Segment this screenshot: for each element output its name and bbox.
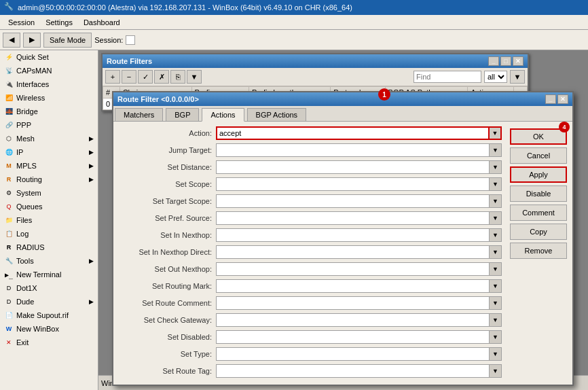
sidebar-item-radius[interactable]: R RADIUS [0, 241, 98, 254]
set-pref-source-dropdown-button[interactable]: ▼ [490, 211, 502, 225]
sidebar-label-queues: Queues [16, 202, 43, 211]
sidebar-label-wireless: Wireless [16, 94, 45, 102]
action-label: Action: [117, 129, 216, 137]
search-expand-button[interactable]: ▼ [510, 70, 525, 84]
dialog-minimize-button[interactable]: _ [545, 94, 556, 104]
disable-button[interactable]: Disable [510, 185, 567, 202]
sidebar-item-mpls[interactable]: M MPLS ▶ [0, 159, 98, 173]
jump-target-dropdown-button[interactable]: ▼ [490, 143, 502, 157]
set-scope-dropdown-button[interactable]: ▼ [490, 177, 502, 191]
sidebar-item-dude[interactable]: D Dude ▶ [0, 295, 98, 308]
set-scope-input-group: ▼ [216, 177, 502, 191]
set-in-nexthop-direct-dropdown-button[interactable]: ▼ [490, 245, 502, 259]
set-type-dropdown-button[interactable]: ▼ [490, 347, 502, 361]
sidebar-item-dot1x[interactable]: D Dot1X [0, 281, 98, 295]
sidebar-item-bridge[interactable]: 🌉 Bridge [0, 105, 98, 118]
set-route-tag-dropdown-button[interactable]: ▼ [490, 364, 502, 378]
ppp-icon: 🔗 [4, 120, 14, 130]
mpls-arrow: ▶ [89, 162, 94, 169]
set-routing-mark-input[interactable] [216, 279, 490, 293]
set-check-gateway-dropdown-button[interactable]: ▼ [490, 313, 502, 327]
forward-button[interactable]: ▶ [23, 33, 41, 48]
set-in-nexthop-row: Set In Nexthop: ▼ [117, 228, 502, 243]
copy-button[interactable]: Copy [510, 224, 567, 240]
sidebar-item-mesh[interactable]: ⬡ Mesh ▶ [0, 132, 98, 145]
sidebar-item-wireless[interactable]: 📶 Wireless [0, 91, 98, 105]
set-route-tag-input[interactable] [216, 364, 490, 378]
set-out-nexthop-input[interactable] [216, 262, 490, 276]
tab-bgp[interactable]: BGP [166, 108, 199, 121]
filter-button[interactable]: ▼ [187, 70, 202, 84]
set-target-scope-input[interactable] [216, 194, 490, 208]
action-dropdown-button[interactable]: ▼ [490, 126, 502, 140]
search-scope-select[interactable]: all [484, 71, 507, 83]
apply-button[interactable]: Apply [510, 166, 567, 183]
cancel-button[interactable]: Cancel [510, 147, 567, 164]
sidebar-item-quickset[interactable]: ⚡ Quick Set [0, 50, 98, 64]
set-in-nexthop-input[interactable] [216, 228, 490, 242]
tab-bar: Matchers BGP Actions BGP Actions [113, 106, 572, 122]
maximize-button[interactable]: □ [500, 56, 511, 66]
sidebar-item-exit[interactable]: ✕ Exit [0, 336, 98, 349]
enable-button[interactable]: ✓ [138, 70, 153, 84]
action-input[interactable] [216, 126, 490, 140]
dot1x-icon: D [4, 283, 14, 293]
set-in-nexthop-dropdown-button[interactable]: ▼ [490, 228, 502, 242]
tab-matchers[interactable]: Matchers [115, 108, 163, 121]
ok-button[interactable]: OK [510, 128, 567, 145]
set-pref-source-input[interactable] [216, 211, 490, 225]
set-disabled-input-group: ▼ [216, 330, 502, 344]
sidebar-item-interfaces[interactable]: 🔌 Interfaces [0, 77, 98, 91]
remove-button[interactable]: − [122, 70, 136, 84]
sidebar-item-ppp[interactable]: 🔗 PPP [0, 118, 98, 132]
sidebar-item-supout[interactable]: 📄 Make Supout.rif [0, 308, 98, 322]
set-disabled-dropdown-button[interactable]: ▼ [490, 330, 502, 344]
tab-actions[interactable]: Actions [202, 108, 244, 122]
set-in-nexthop-direct-input[interactable] [216, 245, 490, 259]
sidebar-item-log[interactable]: 📋 Log [0, 227, 98, 241]
session-checkbox[interactable] [126, 35, 135, 45]
dialog-close-button[interactable]: ✕ [557, 94, 568, 104]
set-distance-dropdown-button[interactable]: ▼ [490, 160, 502, 174]
sidebar-label-tools: Tools [16, 257, 34, 265]
set-routing-mark-dropdown-button[interactable]: ▼ [490, 279, 502, 293]
set-out-nexthop-label: Set Out Nexthop: [117, 265, 216, 273]
set-in-nexthop-label: Set In Nexthop: [117, 231, 216, 239]
jump-target-input[interactable] [216, 143, 490, 157]
action-row: Action: ▼ [117, 126, 502, 141]
tab-bgp-actions[interactable]: BGP Actions [247, 108, 307, 121]
set-routing-mark-input-group: ▼ [216, 279, 502, 293]
search-input[interactable] [414, 71, 481, 83]
close-button[interactable]: ✕ [513, 56, 523, 66]
set-scope-input[interactable] [216, 177, 490, 191]
set-route-comment-input[interactable] [216, 296, 490, 310]
set-disabled-input[interactable] [216, 330, 490, 344]
sidebar-item-capsman[interactable]: 📡 CAPsMAN [0, 64, 98, 77]
set-target-scope-dropdown-button[interactable]: ▼ [490, 194, 502, 208]
menu-session[interactable]: Session [3, 17, 40, 28]
set-type-input[interactable] [216, 347, 490, 361]
disable-button[interactable]: ✗ [154, 70, 169, 84]
sidebar-item-files[interactable]: 📁 Files [0, 213, 98, 227]
action-input-group: ▼ [216, 126, 502, 140]
comment-button[interactable]: Comment [510, 205, 567, 221]
sidebar-item-routing[interactable]: R Routing ▶ [0, 173, 98, 186]
sidebar-item-newterminal[interactable]: ▶_ New Terminal [0, 268, 98, 281]
safe-mode-button[interactable]: Safe Mode [43, 33, 92, 48]
set-route-comment-dropdown-button[interactable]: ▼ [490, 296, 502, 310]
sidebar-item-tools[interactable]: 🔧 Tools ▶ [0, 254, 98, 268]
sidebar-item-queues[interactable]: Q Queues [0, 200, 98, 213]
sidebar-item-newwinbox[interactable]: W New WinBox [0, 322, 98, 336]
sidebar-item-system[interactable]: ⚙ System [0, 186, 98, 200]
remove-button[interactable]: Remove [510, 243, 567, 259]
copy-filter-button[interactable]: ⎘ [170, 70, 185, 84]
menu-settings[interactable]: Settings [40, 17, 78, 28]
minimize-button[interactable]: _ [488, 56, 499, 66]
add-button[interactable]: + [105, 70, 120, 84]
set-out-nexthop-dropdown-button[interactable]: ▼ [490, 262, 502, 276]
menu-dashboard[interactable]: Dashboard [78, 17, 126, 28]
set-check-gateway-input[interactable] [216, 313, 490, 327]
sidebar-item-ip[interactable]: 🌐 IP ▶ [0, 145, 98, 159]
set-distance-input[interactable] [216, 160, 490, 174]
back-button[interactable]: ◀ [3, 33, 20, 48]
